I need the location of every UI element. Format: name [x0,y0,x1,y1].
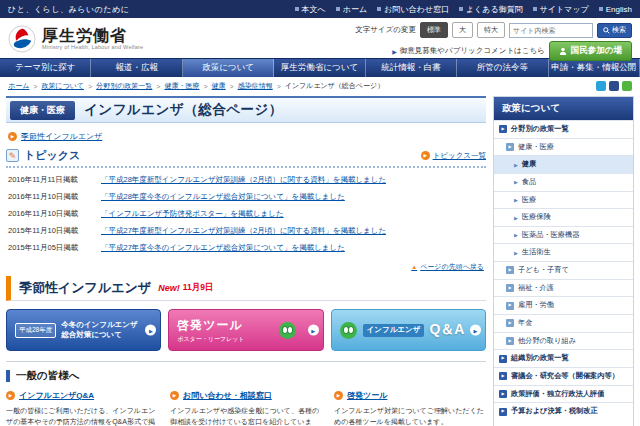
sidebar-item-children[interactable]: ▶子ども・子育て [494,261,633,279]
nav-item-applications[interactable]: 申請・募集・情報公開 [549,59,640,77]
bullet-icon [336,7,340,11]
utility-link-faq[interactable]: よくある御質問 [459,4,523,15]
seasonal-influenza-anchor-link[interactable]: 季節性インフルエンザ [21,131,102,142]
search-button[interactable]: 検索 [597,23,632,38]
breadcrumb-infection-info[interactable]: 感染症情報 [238,81,273,91]
arrow-icon: ▶ [514,179,518,185]
utility-link-sitemap[interactable]: サイトマップ [533,4,589,15]
arrow-icon: ▶ [514,215,518,221]
back-to-top-link[interactable]: ▲ ページの先頭へ戻る [411,262,484,272]
sidebar-item-other-fields[interactable]: ▶他分野の取り組み [494,332,633,350]
back-to-top-row: ▲ ページの先頭へ戻る [6,262,484,272]
quick-link-row: ▶ 季節性インフルエンザ [8,131,486,142]
news-item: 2016年11月10日掲載 「インフルエンザ予防啓発ポスター」を掲載しました [6,205,486,222]
utility-link-main-content[interactable]: 本文へ [295,4,326,15]
general-public-section: 一般の皆様へ ▶ インフルエンザQ&A 一般の皆様にご利用いただける、インフルエ… [6,361,486,426]
sidebar-item-policy-by-org[interactable]: ▶組織別の政策一覧 [494,349,633,367]
magnifier-icon [603,27,610,34]
sidebar-item-medical-insurance[interactable]: ▶医療保険 [494,208,633,226]
arrow-square-icon: ▶ [506,302,514,310]
arrow-square-icon: ▶ [499,390,507,398]
breadcrumb-separator: > [88,83,92,90]
page: ひと、くらし、みらいのために 本文へ ホーム お問い合わせ窓口 よくある御質問 … [0,0,640,426]
share-icon[interactable] [609,81,619,91]
breadcrumb-home[interactable]: ホーム [8,81,29,91]
policy-sidebar: 政策について ▶分野別の政策一覧 ▶健康・医療 ▶健康 ▶食品 ▶医療 ▶医療保… [493,96,634,426]
sidebar-item-environmental-health[interactable]: ▶生活衛生 [494,243,633,261]
sidebar-item-councils[interactable]: ▶審議会・研究会等（開催案内等） [494,367,633,385]
bullet-icon [599,7,603,11]
share-icon[interactable] [596,81,606,91]
breadcrumb-policy-list[interactable]: 分野別の政策一覧 [96,81,152,91]
arrow-square-icon: ▶ [499,125,507,133]
breadcrumb-policy[interactable]: 政策について [41,81,84,91]
utility-link-contact[interactable]: お問い合わせ窓口 [377,4,449,15]
arrow-square-icon: ▶ [506,143,514,151]
nav-item-press[interactable]: 報道・広報 [91,59,182,77]
sidebar-item-policy-by-field[interactable]: ▶分野別の政策一覧 [494,120,633,138]
banner-winter-countermeasures[interactable]: 平成28年度 今冬のインフルエンザ 総合対策について ▶ [6,309,161,351]
general-heading-row: 一般の皆様へ [6,369,486,383]
seasonal-influenza-section: 季節性インフルエンザ New! 11月9日 平成28年度 今冬のインフルエンザ … [6,276,486,351]
news-link[interactable]: 「インフルエンザ予防啓発ポスター」を掲載しました [101,209,284,219]
site-search-input[interactable] [509,23,593,38]
font-size-standard-button[interactable]: 標準 [420,22,448,38]
banner-text: 啓発ツール ポスター・リーフレット [177,317,244,344]
news-link[interactable]: 「平成27年度今冬のインフルエンザ総合対策について」を掲載しました [101,243,345,253]
utility-link-english[interactable]: English [599,5,632,14]
content-area: 健康・医療 インフルエンザ（総合ページ） ▶ 季節性インフルエンザ ✎ トピック… [0,94,640,426]
topics-section: ✎ トピックス ▶ トピックス一覧 2016年11月11日掲載 「平成28年度新… [6,148,486,256]
nav-item-laws[interactable]: 所管の法令等 [457,59,548,77]
nav-item-about[interactable]: 厚生労働省について [274,59,365,77]
font-size-xlarge-button[interactable]: 特大 [477,22,505,38]
nav-item-themes[interactable]: テーマ別に探す [0,59,91,77]
font-size-large-button[interactable]: 大 [452,22,473,38]
contact-consultation-link[interactable]: お問い合わせ・相談窓口 [183,390,272,401]
general-column-qa: ▶ インフルエンザQ&A 一般の皆様にご利用いただける、インフルエンザの基本やそ… [6,390,158,426]
heading-accent-bar [6,370,10,382]
nav-item-statistics[interactable]: 統計情報・白書 [366,59,457,77]
news-date: 2015年11月10日掲載 [8,226,94,236]
share-icon[interactable] [622,81,632,91]
news-item: 2016年11月11日掲載 「平成28年度新型インフルエンザ対策訓練（2月頃）に… [6,171,486,188]
mhlw-logo[interactable]: 厚生労働省 Ministry of Health, Labour and Wel… [8,21,143,56]
mascot-icon [279,322,296,339]
awareness-tools-link[interactable]: 啓発ツール [347,390,387,401]
news-link[interactable]: 「平成27年度新型インフルエンザ対策訓練（2月頃）に関する資料」を掲載しました [101,226,386,236]
utility-link-home[interactable]: ホーム [336,4,367,15]
sidebar-item-health-medical[interactable]: ▶健康・医療 [494,138,633,156]
general-columns: ▶ インフルエンザQ&A 一般の皆様にご利用いただける、インフルエンザの基本やそ… [6,390,486,426]
banner-text: インフルエンザ [363,324,425,337]
new-badge: New! [158,283,180,293]
sidebar-item-food[interactable]: ▶食品 [494,173,633,191]
news-link[interactable]: 「平成28年度今冬のインフルエンザ総合対策について」を掲載しました [101,192,345,202]
citizen-participation-button[interactable]: 国民参加の場 [549,41,632,61]
new-date: 11月9日 [183,282,214,294]
public-comment-link[interactable]: ▶ 御意見募集やパブリックコメントはこちら [392,46,545,56]
sidebar-item-health[interactable]: ▶健康 [494,155,633,173]
sidebar-item-welfare-care[interactable]: ▶福祉・介護 [494,279,633,297]
breadcrumb-health[interactable]: 健康 [212,81,226,91]
topics-list-link[interactable]: トピックス一覧 [433,151,486,161]
banner-row: 平成28年度 今冬のインフルエンザ 総合対策について ▶ 啓発ツール ポスター・… [6,309,486,351]
banner-awareness-tools[interactable]: 啓発ツール ポスター・リーフレット ▶ [168,309,323,351]
banner-text: 今冬のインフルエンザ 総合対策について [61,320,137,340]
sidebar-item-employment-labour[interactable]: ▶雇用・労働 [494,296,633,314]
pencil-icon: ✎ [6,149,19,162]
influenza-qa-link[interactable]: インフルエンザQ&A [19,390,94,401]
news-item: 2015年11月10日掲載 「平成27年度新型インフルエンザ対策訓練（2月頃）に… [6,222,486,239]
header-controls: 文字サイズの変更 標準 大 特大 検索 ▶ 御意見募集やパブリックコメントはこち… [355,21,632,56]
sidebar-item-budget[interactable]: ▶予算および決算・税制改正 [494,402,633,420]
category-badge: 健康・医療 [10,101,75,120]
news-list: 2016年11月11日掲載 「平成28年度新型インフルエンザ対策訓練（2月頃）に… [6,171,486,256]
sidebar-item-policy-evaluation[interactable]: ▶政策評価・独立行政法人評価 [494,385,633,403]
breadcrumb-health-medical[interactable]: 健康・医療 [164,81,199,91]
sidebar-item-pharmaceuticals[interactable]: ▶医薬品・医療機器 [494,226,633,244]
bullet-icon [533,7,537,11]
sidebar-item-medical[interactable]: ▶医療 [494,191,633,209]
banner-influenza-qa[interactable]: インフルエンザ Q＆A ▶ [331,309,486,351]
nav-item-policy[interactable]: 政策について [183,59,274,77]
sidebar-item-pension[interactable]: ▶年金 [494,314,633,332]
news-date: 2015年11月05日掲載 [8,243,94,253]
news-link[interactable]: 「平成28年度新型インフルエンザ対策訓練（2月頃）に関する資料」を掲載しました [101,175,386,185]
